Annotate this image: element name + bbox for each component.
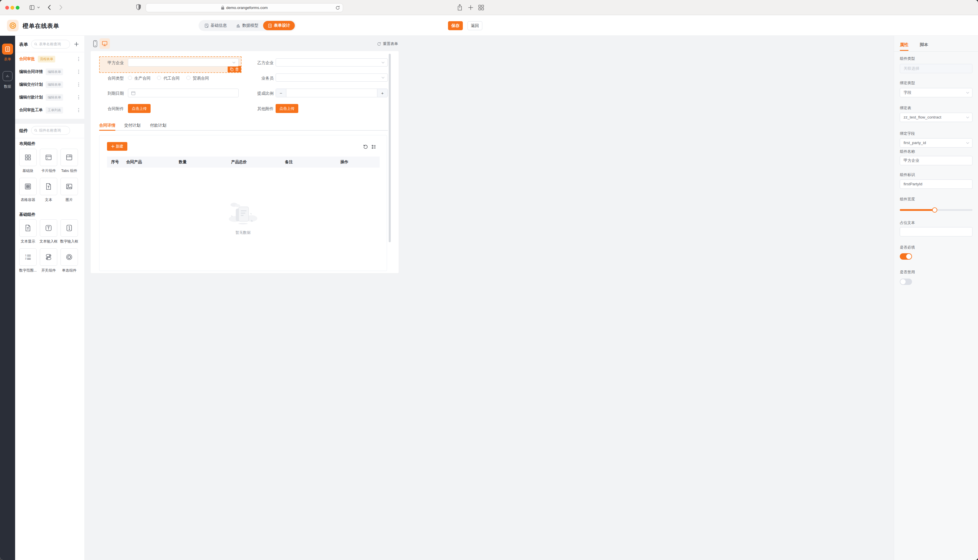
form-search[interactable] bbox=[31, 40, 70, 48]
chevron-down-icon[interactable] bbox=[37, 7, 40, 8]
numbered-list-icon: 12 bbox=[24, 253, 32, 261]
component-tile-number-input[interactable] bbox=[60, 219, 78, 237]
forms-panel-title: 表单 bbox=[19, 42, 28, 47]
sort-icon[interactable] bbox=[371, 144, 376, 149]
component-search[interactable] bbox=[31, 126, 70, 135]
new-row-button[interactable]: 新建 bbox=[107, 142, 127, 151]
tab-payment-plan[interactable]: 付款计划 bbox=[150, 123, 166, 128]
rail-item-forms-label: 表单 bbox=[0, 57, 15, 62]
radio-icon bbox=[65, 253, 73, 261]
copy-icon bbox=[230, 67, 234, 71]
close-window-button[interactable] bbox=[5, 6, 9, 10]
sidebar-icon[interactable] bbox=[29, 5, 35, 10]
table-header: 序号 合同产品 数量 产品总价 备注 操作 bbox=[107, 157, 379, 168]
forward-icon[interactable] bbox=[59, 5, 62, 10]
form-list-item[interactable]: 合同审批 流程表单 bbox=[15, 53, 84, 65]
list-icon bbox=[5, 46, 10, 52]
browser-window: demo.orangeforms.com 橙单在线表单 基础信息 数据模型 表单… bbox=[0, 0, 489, 280]
address-bar[interactable]: demo.orangeforms.com bbox=[145, 3, 343, 12]
zoom-window-button[interactable] bbox=[16, 6, 20, 10]
tab-form-design[interactable]: 表单设计 bbox=[263, 21, 295, 30]
component-tile-image[interactable] bbox=[60, 178, 78, 195]
form-canvas: 甲方企业 乙方企业 合同类型 生产合同 代工合同 贸易合同 业务员 到期日期 提… bbox=[91, 51, 399, 273]
commission-input[interactable] bbox=[286, 89, 377, 97]
component-search-input[interactable] bbox=[39, 128, 67, 132]
second-party-select[interactable] bbox=[276, 58, 388, 67]
field-label-first-party: 甲方企业 bbox=[102, 60, 124, 66]
left-rail: 表单 数据 bbox=[0, 36, 15, 280]
desktop-preview-icon[interactable] bbox=[99, 38, 110, 49]
form-list-item[interactable]: 编辑合同详情 编辑表单 bbox=[15, 65, 84, 78]
shield-icon[interactable] bbox=[136, 4, 141, 11]
due-date-input[interactable] bbox=[128, 88, 239, 97]
reset-form-button[interactable]: 重置表单 bbox=[377, 41, 398, 47]
form-list-item[interactable]: 编辑付款计划 编辑表单 bbox=[15, 91, 84, 104]
select-chevron-icon bbox=[381, 62, 385, 63]
field-label-contract-type: 合同类型 bbox=[102, 76, 124, 81]
tabs-overview-icon[interactable] bbox=[478, 5, 484, 10]
add-form-button[interactable] bbox=[74, 42, 79, 47]
canvas-scrollbar[interactable] bbox=[389, 54, 391, 242]
component-tile-table-container[interactable] bbox=[19, 178, 37, 195]
minimize-window-button[interactable] bbox=[10, 6, 14, 10]
rail-item-forms[interactable] bbox=[2, 43, 13, 55]
reset-ccw-icon[interactable] bbox=[363, 144, 368, 149]
component-tile-text-input[interactable] bbox=[40, 219, 57, 237]
component-tile-switch[interactable] bbox=[40, 248, 57, 266]
lock-icon bbox=[221, 5, 224, 10]
new-tab-icon[interactable] bbox=[468, 5, 473, 10]
other-upload-button[interactable]: 点击上传 bbox=[276, 104, 298, 113]
components-panel: 组件 布局组件 基础块 卡片组件 Tabs 组件 表格容器 文本 图片 基础组件 bbox=[15, 124, 84, 280]
back-button[interactable]: 返回 bbox=[468, 21, 482, 30]
tab-data-model[interactable]: 数据模型 bbox=[231, 21, 263, 30]
radio-production[interactable] bbox=[128, 76, 132, 80]
component-tile-tabs[interactable] bbox=[60, 149, 78, 166]
save-button[interactable]: 保存 bbox=[448, 21, 463, 30]
component-tile-number-range[interactable]: 12 bbox=[19, 248, 37, 266]
kebab-icon[interactable] bbox=[77, 81, 80, 88]
group-basic-title: 基础组件 bbox=[19, 212, 35, 217]
share-icon[interactable] bbox=[457, 4, 463, 11]
rail-item-data[interactable] bbox=[3, 71, 12, 81]
tab-contract-detail[interactable]: 合同详情 bbox=[99, 123, 115, 128]
component-tile-radio[interactable] bbox=[60, 248, 78, 266]
commission-stepper: − + bbox=[276, 88, 388, 97]
contract-upload-button[interactable]: 点击上传 bbox=[128, 104, 150, 113]
svg-text:1: 1 bbox=[25, 254, 27, 257]
empty-doc-illustration bbox=[227, 200, 259, 229]
field-label-second-party: 乙方企业 bbox=[252, 60, 274, 66]
browser-chrome: demo.orangeforms.com bbox=[0, 0, 489, 15]
kebab-icon[interactable] bbox=[77, 94, 80, 100]
radio-oem[interactable] bbox=[157, 76, 161, 80]
main-content: 表单 数据 表单 合同审批 流程表单 编辑合同详情 编辑表单 bbox=[0, 36, 489, 280]
rail-item-data-label: 数据 bbox=[0, 84, 15, 89]
refresh-icon bbox=[377, 42, 381, 46]
reload-icon[interactable] bbox=[336, 5, 340, 10]
kebab-icon[interactable] bbox=[77, 56, 80, 62]
stepper-plus-button[interactable]: + bbox=[377, 89, 388, 97]
tab-basic-info[interactable]: 基础信息 bbox=[200, 21, 231, 30]
kebab-icon[interactable] bbox=[77, 68, 80, 75]
image-icon bbox=[65, 183, 73, 190]
first-party-select[interactable] bbox=[128, 58, 239, 67]
component-tile-text-display[interactable] bbox=[19, 219, 37, 237]
form-list-item[interactable]: 合同审批工单 工单列表 bbox=[15, 104, 84, 117]
kebab-icon[interactable] bbox=[77, 107, 80, 113]
field-actions[interactable] bbox=[227, 66, 241, 72]
select-chevron-icon bbox=[232, 62, 236, 63]
tab-delivery-plan[interactable]: 交付计划 bbox=[124, 123, 140, 128]
form-badge: 编辑表单 bbox=[46, 94, 63, 101]
radio-trade[interactable] bbox=[186, 76, 191, 80]
back-icon[interactable] bbox=[48, 5, 51, 10]
form-list-item[interactable]: 编辑交付计划 编辑表单 bbox=[15, 78, 84, 91]
stepper-minus-button[interactable]: − bbox=[276, 89, 286, 97]
component-tile-basic-block[interactable] bbox=[19, 149, 37, 166]
phone-preview-icon[interactable] bbox=[93, 40, 97, 47]
group-layout-title: 布局组件 bbox=[19, 141, 35, 147]
component-tile-card[interactable] bbox=[40, 149, 57, 166]
form-search-input[interactable] bbox=[39, 42, 67, 46]
doc-edit-icon bbox=[204, 23, 209, 28]
table-grid-icon bbox=[24, 183, 32, 190]
component-tile-text[interactable] bbox=[40, 178, 57, 195]
salesman-select[interactable] bbox=[276, 73, 388, 82]
